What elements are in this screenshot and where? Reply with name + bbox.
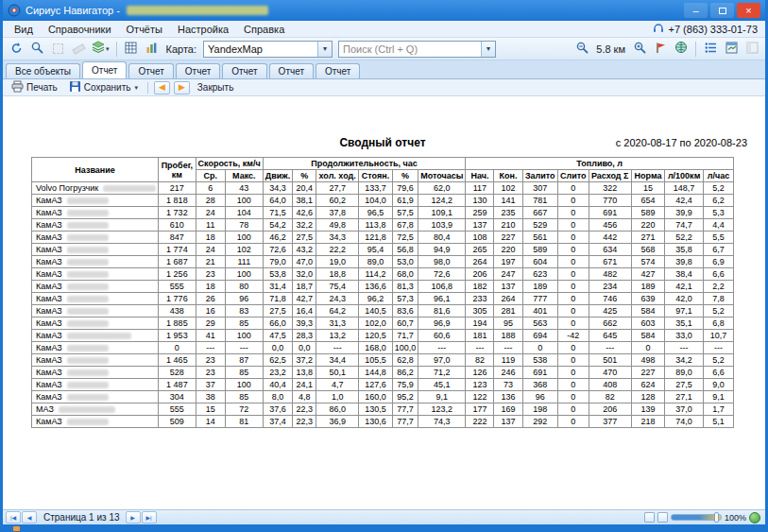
print-button[interactable]: Печать [8, 79, 61, 95]
column-header: % [392, 170, 418, 182]
value-cell: 5,1 [704, 416, 734, 428]
multi-page-layout-button[interactable] [657, 512, 668, 523]
minimize-button[interactable]: – [684, 3, 708, 18]
value-cell: 218 [631, 416, 664, 428]
vehicle-name-cell: КамАЗ [32, 244, 159, 256]
zoom-slider-thumb[interactable] [714, 512, 719, 523]
next-page-button[interactable]: ▶ [174, 81, 190, 94]
vehicle-name: КамАЗ [36, 282, 62, 291]
value-cell: 8,0 [263, 391, 293, 403]
value-cell: 538 [522, 354, 557, 367]
value-cell: 104,0 [359, 195, 392, 207]
redacted-text [67, 222, 109, 229]
marker-flag-button[interactable] [651, 40, 670, 59]
chart-view-button[interactable] [143, 40, 162, 59]
map-select-value[interactable] [204, 43, 317, 56]
table-view-button[interactable] [122, 40, 141, 59]
map-scale-label: 5.8 км [596, 43, 625, 55]
close-button[interactable]: × [737, 3, 760, 18]
first-page-button[interactable]: |◀ [6, 511, 21, 523]
value-cell: 5,2 [704, 182, 734, 195]
single-page-layout-button[interactable] [644, 512, 655, 523]
value-cell: 9,0 [704, 379, 734, 391]
prev-page-button[interactable]: ◀ [22, 511, 37, 523]
column-header: Расход Σ [589, 170, 631, 182]
vehicle-name: КамАЗ [36, 245, 62, 254]
value-cell: 169 [494, 403, 522, 416]
search-dropdown-arrow[interactable]: ▾ [481, 42, 495, 57]
value-cell: --- [196, 342, 225, 354]
value-cell: 137 [494, 281, 522, 293]
column-header: Макс. [225, 170, 263, 182]
tab-report-4[interactable]: Отчет [222, 63, 266, 78]
value-cell: 5,2 [704, 305, 734, 317]
last-page-button[interactable]: ▶| [142, 511, 157, 523]
value-cell: 60,6 [418, 330, 466, 342]
zoom-out-map-button[interactable] [572, 40, 591, 59]
value-cell: 5,3 [704, 207, 734, 219]
value-cell: 72,6 [263, 244, 293, 256]
search-input[interactable] [339, 43, 481, 56]
value-cell: 47,0 [293, 256, 316, 268]
map-select[interactable]: ▾ [203, 41, 333, 58]
map-select-arrow[interactable]: ▾ [317, 42, 332, 57]
map-window-button[interactable] [722, 40, 741, 59]
value-cell: 34,2 [665, 354, 704, 367]
search-box[interactable]: ▾ [338, 41, 496, 58]
titlebar: Сириус Навигатор - – × [3, 0, 765, 21]
value-cell: 53,0 [392, 256, 418, 268]
fit-page-button[interactable] [749, 512, 760, 523]
list-view-button[interactable] [701, 40, 720, 59]
value-cell: 137 [466, 219, 494, 232]
value-cell: 1 818 [159, 195, 196, 207]
value-cell: 264 [494, 293, 522, 305]
table-row: КамАЗ610117854,232,249,8113,867,8103,913… [32, 219, 734, 232]
value-cell: 100 [225, 232, 263, 244]
globe-button[interactable] [672, 40, 691, 59]
value-cell: 100 [225, 195, 263, 207]
save-button[interactable]: Сохранить ▾ [65, 79, 142, 95]
close-report-button[interactable]: Закрыть [194, 81, 238, 94]
map-search-button[interactable] [27, 40, 46, 59]
prev-page-button[interactable]: ◀ [154, 81, 170, 94]
tab-all-objects[interactable]: Все объекты [6, 63, 80, 78]
menu-view[interactable]: Вид [7, 23, 41, 36]
redacted-text [67, 234, 109, 241]
value-cell: 0 [557, 391, 589, 403]
tab-report-3[interactable]: Отчет [176, 63, 220, 78]
map-layers-button[interactable]: ▾ [90, 40, 111, 59]
value-cell: 32,0 [293, 268, 316, 281]
value-cell: 81,3 [392, 281, 418, 293]
menu-settings[interactable]: Настройка [170, 23, 236, 36]
value-cell: 5,2 [704, 354, 734, 367]
measure-tool-button[interactable] [69, 40, 88, 59]
tab-report-6[interactable]: Отчет [316, 63, 360, 78]
refresh-button[interactable] [7, 40, 26, 59]
tab-report-5[interactable]: Отчет [269, 63, 314, 78]
menu-reports[interactable]: Отчёты [119, 23, 170, 36]
panel-toggle-button[interactable] [742, 40, 761, 59]
value-cell: 6,2 [704, 195, 734, 207]
value-cell: 56,8 [392, 244, 418, 256]
value-cell: --- [466, 342, 494, 354]
value-cell: 100 [225, 268, 263, 281]
value-cell: 34,3 [316, 232, 359, 244]
value-cell: 28 [196, 195, 225, 207]
tab-report-1[interactable]: Отчет [82, 61, 127, 78]
value-cell: 133,7 [359, 182, 392, 195]
value-cell: 0 [557, 219, 589, 232]
zoom-in-map-button[interactable] [630, 40, 649, 59]
menu-directories[interactable]: Справочники [41, 23, 119, 36]
globe-icon [674, 41, 688, 58]
value-cell: 189 [522, 281, 557, 293]
select-tool-button[interactable] [48, 40, 67, 59]
menu-help[interactable]: Справка [236, 23, 292, 36]
tab-report-2[interactable]: Отчет [128, 63, 173, 78]
tabbar: Все объекты Отчет Отчет Отчет Отчет Отче… [3, 60, 765, 79]
maximize-button[interactable] [710, 3, 734, 18]
next-page-button[interactable]: ▶ [126, 511, 141, 523]
zoom-slider[interactable] [671, 514, 722, 521]
vehicle-name: КамАЗ [36, 196, 62, 205]
save-dropdown-arrow[interactable]: ▾ [134, 84, 138, 92]
value-cell: 27,7 [316, 182, 359, 195]
